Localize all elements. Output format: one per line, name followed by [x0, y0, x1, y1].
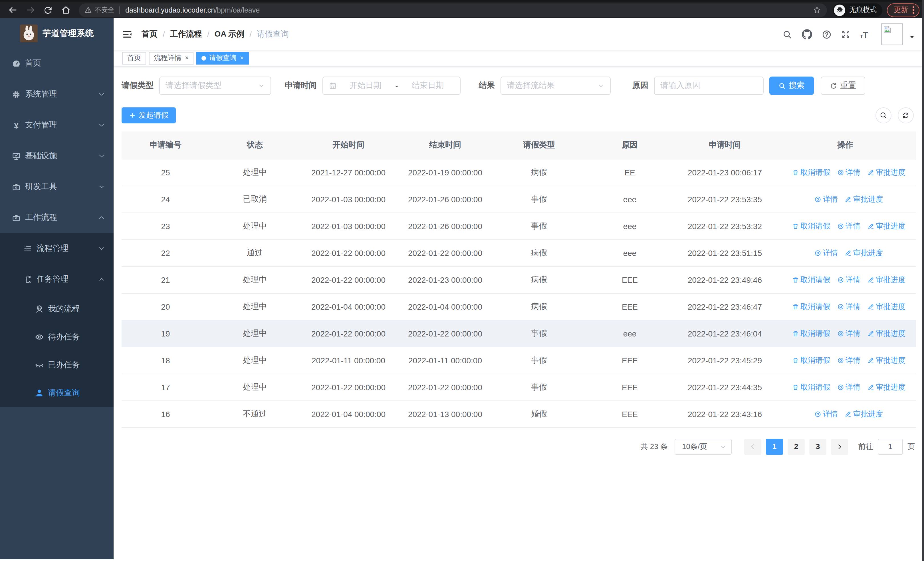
- hamburger-icon[interactable]: [122, 29, 132, 39]
- sidebar-item-todo-tasks[interactable]: 待办任务: [0, 323, 114, 351]
- cell-id: 22: [122, 239, 210, 266]
- search-icon[interactable]: [783, 29, 792, 39]
- approval-progress-link[interactable]: 审批进度: [867, 167, 906, 177]
- tab-leave-query[interactable]: 请假查询×: [196, 52, 249, 64]
- breadcrumb-item[interactable]: OA 示例: [214, 29, 244, 39]
- edit-icon: [867, 384, 874, 391]
- help-icon[interactable]: [822, 29, 832, 39]
- detail-link[interactable]: 详情: [837, 167, 860, 177]
- sidebar-item-system[interactable]: 系统管理: [0, 79, 114, 110]
- page-unit-label: 页: [908, 441, 915, 451]
- cell-reason: EEE: [584, 400, 675, 427]
- avatar[interactable]: [881, 23, 903, 45]
- sidebar-item-payment[interactable]: ¥支付管理: [0, 110, 114, 141]
- tab-process-detail[interactable]: 流程详情×: [149, 52, 194, 64]
- leave-type-select[interactable]: 请选择请假类型: [159, 77, 271, 95]
- font-size-icon[interactable]: тT: [860, 30, 868, 39]
- refresh-table-button[interactable]: [898, 107, 914, 123]
- approval-progress-link[interactable]: 审批进度: [844, 248, 883, 258]
- github-icon[interactable]: [802, 29, 812, 39]
- sidebar-item-done-tasks[interactable]: 已办任务: [0, 351, 114, 379]
- page-3-button[interactable]: 3: [809, 438, 826, 454]
- view-icon: [814, 250, 821, 256]
- toggle-search-button[interactable]: [876, 107, 891, 123]
- table-row: 21处理中2022-01-22 00:00:002022-01-23 00:00…: [122, 266, 916, 293]
- cell-leave-type: 病假: [494, 266, 584, 293]
- edit-icon: [867, 357, 874, 364]
- sidebar-item-infrastructure[interactable]: 基础设施: [0, 141, 114, 171]
- reason-input[interactable]: 请输入原因: [654, 77, 764, 95]
- detail-link[interactable]: 详情: [814, 409, 838, 419]
- page-1-button[interactable]: 1: [766, 438, 783, 454]
- back-icon[interactable]: [6, 3, 20, 17]
- prev-page-button[interactable]: [744, 438, 761, 454]
- approval-progress-link[interactable]: 审批进度: [867, 355, 906, 365]
- detail-link[interactable]: 详情: [837, 355, 860, 365]
- apply-time-range-picker[interactable]: 开始日期 - 结束日期: [322, 77, 460, 95]
- url-bar[interactable]: 不安全 dashboard.yudao.iocoder.cn/bpm/oa/le…: [79, 3, 827, 17]
- close-icon[interactable]: ×: [185, 55, 189, 61]
- cell-status: 处理中: [210, 347, 300, 374]
- trash-icon: [792, 303, 799, 310]
- close-icon[interactable]: ×: [240, 55, 244, 61]
- sidebar-item-leave-query[interactable]: 请假查询: [0, 379, 114, 407]
- detail-link[interactable]: 详情: [837, 328, 860, 338]
- edit-icon: [844, 196, 852, 203]
- approval-progress-link[interactable]: 审批进度: [867, 382, 906, 392]
- cancel-leave-link[interactable]: 取消请假: [792, 328, 830, 338]
- detail-link[interactable]: 详情: [814, 248, 838, 258]
- column-header: 申请时间: [675, 131, 774, 159]
- sidebar-item-label: 基础设施: [25, 151, 57, 161]
- reload-icon[interactable]: [41, 3, 55, 17]
- chevron-down-icon[interactable]: [909, 34, 915, 40]
- sidebar-item-task-mgmt[interactable]: 任务管理: [0, 264, 114, 295]
- cancel-leave-link[interactable]: 取消请假: [792, 355, 830, 365]
- approval-progress-link[interactable]: 审批进度: [867, 221, 906, 231]
- approval-progress-link[interactable]: 审批进度: [867, 275, 906, 285]
- cancel-leave-link[interactable]: 取消请假: [792, 382, 830, 392]
- cancel-leave-link[interactable]: 取消请假: [792, 275, 830, 285]
- cell-end-time: 2022-01-13 00:00:00: [397, 400, 494, 427]
- cell-reason: EE: [584, 159, 675, 186]
- detail-link[interactable]: 详情: [837, 221, 860, 231]
- approval-progress-link[interactable]: 审批进度: [844, 409, 883, 419]
- sidebar-item-home[interactable]: 首页: [0, 48, 114, 79]
- goto-page-input[interactable]: 1: [878, 438, 903, 454]
- browser-menu-button[interactable]: 更新: [887, 3, 920, 17]
- cell-end-time: 2022-01-19 00:00:00: [397, 159, 494, 186]
- user-solid-icon: [34, 388, 44, 397]
- cancel-leave-link[interactable]: 取消请假: [792, 221, 830, 231]
- sidebar-item-my-process[interactable]: 我的流程: [0, 295, 114, 323]
- cell-leave-type: 病假: [494, 239, 584, 266]
- home-icon[interactable]: [59, 3, 72, 17]
- approval-progress-link[interactable]: 审批进度: [844, 194, 883, 204]
- sidebar-item-process-mgmt[interactable]: 流程管理: [0, 233, 114, 264]
- sidebar-item-workflow[interactable]: 工作流程: [0, 202, 114, 233]
- breadcrumb-item[interactable]: 首页: [141, 29, 158, 39]
- next-page-button[interactable]: [831, 438, 848, 454]
- tab-home[interactable]: 首页: [122, 52, 146, 64]
- reset-button[interactable]: 重置: [821, 77, 865, 95]
- page-size-select[interactable]: 10条/页: [675, 438, 732, 454]
- cancel-leave-link[interactable]: 取消请假: [792, 167, 830, 177]
- forward-icon[interactable]: [23, 3, 37, 17]
- bookmark-star-icon[interactable]: [813, 6, 821, 14]
- search-button[interactable]: 搜索: [770, 77, 814, 95]
- detail-link[interactable]: 详情: [837, 301, 860, 311]
- sidebar-item-dev-tools[interactable]: 研发工具: [0, 171, 114, 202]
- leave-table: 申请编号状态开始时间结束时间请假类型原因申请时间操作 25处理中2021-12-…: [122, 131, 916, 428]
- approval-progress-link[interactable]: 审批进度: [867, 328, 906, 338]
- plus-icon: [129, 112, 136, 119]
- detail-link[interactable]: 详情: [837, 275, 860, 285]
- page-2-button[interactable]: 2: [788, 438, 805, 454]
- result-select[interactable]: 请选择流结果: [501, 77, 610, 95]
- app-logo[interactable]: 芋道管理系统: [0, 18, 114, 48]
- approval-progress-link[interactable]: 审批进度: [867, 301, 906, 311]
- detail-link[interactable]: 详情: [837, 382, 860, 392]
- create-leave-button[interactable]: 发起请假: [122, 107, 176, 123]
- detail-link[interactable]: 详情: [814, 194, 838, 204]
- cancel-leave-link[interactable]: 取消请假: [792, 301, 830, 311]
- fullscreen-icon[interactable]: [842, 30, 850, 39]
- breadcrumb-item[interactable]: 工作流程: [170, 29, 202, 39]
- view-icon: [814, 196, 821, 203]
